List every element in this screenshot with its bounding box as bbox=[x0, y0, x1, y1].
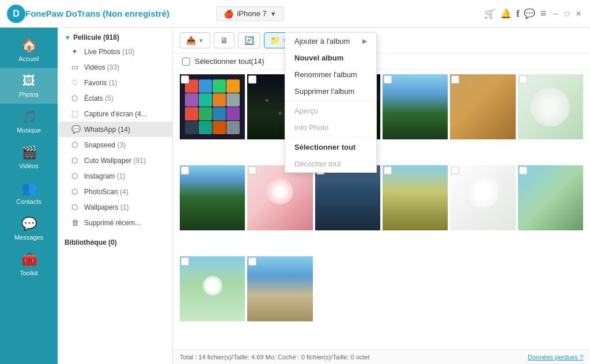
select-all-bar: Sélectionner tout(14) bbox=[173, 54, 590, 70]
refresh-icon: 🔄 bbox=[244, 36, 254, 45]
export-icon: 📤 bbox=[186, 36, 196, 45]
sidebar-item-label: Contacts bbox=[16, 198, 41, 205]
menu-item-ajouter-album[interactable]: Ajouter à l'album ▶ bbox=[285, 33, 376, 50]
lost-data-link[interactable]: Données perdues ? bbox=[528, 354, 583, 361]
trash-icon: 🗑 bbox=[71, 218, 81, 227]
sidebar-item-musique[interactable]: 🎵 Musique bbox=[0, 104, 58, 139]
home-icon: 🏠 bbox=[21, 38, 37, 53]
panel-item-snapseed[interactable]: ⬡ Snapseed (3) bbox=[58, 137, 172, 153]
export-button[interactable]: 📤 ▼ bbox=[180, 32, 210, 48]
submenu-arrow: ▶ bbox=[362, 37, 367, 45]
close-button[interactable]: ✕ bbox=[574, 9, 583, 18]
live-photos-icon: ✦ bbox=[71, 47, 81, 56]
heart-icon: ♡ bbox=[71, 78, 81, 87]
panel-item-wallpapers[interactable]: ⬡ Wallpapers (1) bbox=[58, 199, 172, 215]
photo-cell[interactable] bbox=[450, 165, 515, 230]
photo-cell[interactable] bbox=[450, 74, 515, 139]
left-panel: ▼ Pellicule (918) ✦ Live Photos (10) ▭ V… bbox=[58, 28, 173, 364]
menu-item-renommer-album[interactable]: Renommer l'album bbox=[285, 66, 376, 83]
device-name: iPhone 7 bbox=[237, 9, 266, 18]
chevron-down-icon: ▼ bbox=[270, 10, 277, 17]
photo-cell[interactable] bbox=[247, 165, 312, 230]
title-bar: D FonePaw DoTrans (Non enregistré) 🍎 iPh… bbox=[0, 0, 590, 28]
panel-item-instagram[interactable]: ⬡ Instagram (1) bbox=[58, 168, 172, 184]
select-all-label: Sélectionner tout(14) bbox=[195, 57, 264, 66]
photo-checkbox[interactable] bbox=[248, 166, 256, 175]
bell-icon[interactable]: 🔔 bbox=[500, 8, 512, 19]
sidebar: 🏠 Accueil 🖼 Photos 🎵 Musique 🎬 Vidéos 👥 … bbox=[0, 28, 58, 364]
collapse-arrow[interactable]: ▼ bbox=[65, 34, 71, 41]
video-list-icon: ▭ bbox=[71, 63, 81, 71]
app-logo: D bbox=[7, 5, 25, 23]
dropdown-menu: Ajouter à l'album ▶ Nouvel album Renomme… bbox=[285, 32, 377, 173]
sidebar-item-accueil[interactable]: 🏠 Accueil bbox=[0, 32, 58, 68]
photo-cell[interactable] bbox=[383, 165, 448, 230]
photo-cell[interactable] bbox=[383, 74, 448, 139]
photo-checkbox[interactable] bbox=[248, 257, 256, 266]
panel-item-photoscan[interactable]: ⬡ PhotoScan (4) bbox=[58, 184, 172, 199]
facebook-icon[interactable]: f bbox=[516, 9, 519, 19]
photo-checkbox[interactable] bbox=[181, 75, 189, 84]
panel-item-favoris[interactable]: ♡ Favoris (1) bbox=[58, 75, 172, 90]
import-button[interactable]: 🖥 bbox=[214, 32, 235, 48]
wallpapers-icon: ⬡ bbox=[71, 203, 81, 211]
instagram-icon: ⬡ bbox=[71, 172, 81, 180]
photo-checkbox[interactable] bbox=[451, 166, 459, 175]
sidebar-item-label: Messages bbox=[14, 234, 43, 241]
panel-item-live-photos[interactable]: ✦ Live Photos (10) bbox=[58, 44, 172, 59]
panel-item-eclats[interactable]: ⬡ Éclats (5) bbox=[58, 90, 172, 106]
sidebar-item-photos[interactable]: 🖼 Photos bbox=[0, 68, 58, 104]
photo-checkbox[interactable] bbox=[181, 166, 189, 175]
menu-item-info-photo: Info Photo bbox=[285, 119, 376, 136]
photo-checkbox[interactable] bbox=[384, 75, 392, 84]
photo-checkbox[interactable] bbox=[519, 166, 527, 175]
chat-icon[interactable]: 💬 bbox=[524, 8, 535, 19]
refresh-button[interactable]: 🔄 bbox=[238, 32, 260, 48]
maximize-button[interactable]: □ bbox=[562, 9, 572, 18]
cart-icon[interactable]: 🛒 bbox=[484, 8, 496, 19]
photo-cell[interactable] bbox=[180, 256, 245, 321]
sidebar-item-label: Accueil bbox=[18, 55, 39, 62]
sidebar-item-videos[interactable]: 🎬 Vidéos bbox=[0, 139, 58, 175]
sidebar-item-label: Musique bbox=[17, 127, 41, 134]
photo-cell[interactable] bbox=[247, 256, 312, 321]
menu-item-nouvel-album[interactable]: Nouvel album bbox=[285, 50, 376, 66]
menu-item-apercu: Aperçu bbox=[285, 103, 376, 119]
photo-cell[interactable]: 🗑 bbox=[180, 74, 245, 139]
photo-checkbox[interactable] bbox=[519, 75, 527, 84]
panel-item-videos[interactable]: ▭ Vidéos (33) bbox=[58, 59, 172, 75]
contacts-icon: 👥 bbox=[21, 181, 37, 196]
panel-item-cuto[interactable]: ⬡ Cuto Wallpaper (91) bbox=[58, 153, 172, 168]
photo-checkbox[interactable] bbox=[248, 75, 256, 84]
select-all-checkbox[interactable] bbox=[182, 58, 190, 66]
panel-item-capture[interactable]: ⬚ Capture d'écran (4... bbox=[58, 106, 172, 122]
menu-icon[interactable]: ≡ bbox=[540, 7, 546, 20]
computer-icon: 🖥 bbox=[220, 36, 228, 45]
photo-cell[interactable] bbox=[518, 165, 583, 230]
photos-icon: 🖼 bbox=[22, 74, 35, 89]
menu-item-selectionner-tout[interactable]: Sélectionner tout bbox=[285, 139, 376, 156]
sidebar-item-contacts[interactable]: 👥 Contacts bbox=[0, 175, 58, 211]
sidebar-item-toolkit[interactable]: 🧰 Toolkit bbox=[0, 247, 58, 282]
photo-checkbox[interactable] bbox=[384, 166, 392, 175]
main-panel: 📤 ▼ 🖥 🔄 📁 ▼ Sélectionner tout(14) bbox=[173, 28, 590, 364]
photo-checkbox[interactable] bbox=[181, 257, 189, 266]
toolkit-icon: 🧰 bbox=[21, 252, 37, 267]
bibliotheque-title: Bibliothèque (0) bbox=[65, 238, 117, 247]
toolbar: 📤 ▼ 🖥 🔄 📁 ▼ bbox=[173, 28, 590, 54]
screenshot-icon: ⬚ bbox=[71, 109, 81, 118]
menu-divider bbox=[285, 101, 376, 101]
menu-item-supprimer-album[interactable]: Supprimer l'album bbox=[285, 83, 376, 100]
photo-checkbox[interactable] bbox=[451, 75, 459, 84]
panel-item-supprime[interactable]: 🗑 Supprimé récem... bbox=[58, 215, 172, 230]
photo-cell[interactable] bbox=[180, 165, 245, 230]
device-selector[interactable]: 🍎 iPhone 7 ▼ bbox=[216, 6, 283, 21]
photo-cell[interactable] bbox=[315, 165, 380, 230]
pellicule-title: Pellicule (918) bbox=[73, 33, 119, 41]
sidebar-item-messages[interactable]: 💬 Messages bbox=[0, 211, 58, 247]
minimize-button[interactable]: ─ bbox=[551, 9, 560, 18]
title-bar-actions: 🛒 🔔 f 💬 ≡ bbox=[484, 7, 546, 20]
panel-item-whatsapp[interactable]: 💬 WhatsApp (14) bbox=[58, 122, 172, 137]
photo-cell[interactable] bbox=[518, 74, 583, 139]
sidebar-item-label: Toolkit bbox=[20, 270, 37, 276]
